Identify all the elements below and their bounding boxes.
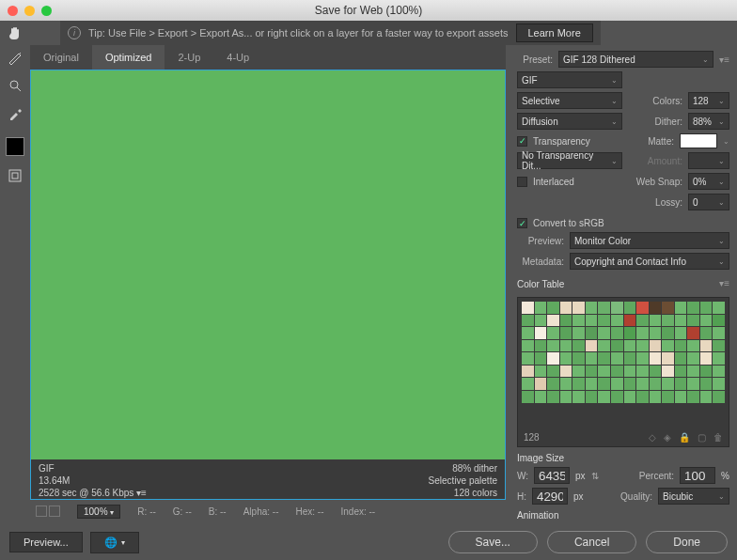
color-swatch[interactable] [572,391,585,403]
color-swatch[interactable] [586,352,598,365]
cancel-button[interactable]: Cancel [547,531,636,553]
tab-4up[interactable]: 4-Up [213,45,262,70]
color-swatch[interactable] [675,352,687,365]
color-swatch[interactable] [598,340,610,352]
color-swatch[interactable] [687,378,699,390]
color-swatch[interactable] [650,391,662,403]
color-swatch[interactable] [560,340,572,352]
color-swatch[interactable] [560,391,572,403]
color-swatch[interactable] [611,302,623,314]
color-swatch[interactable] [624,340,636,352]
color-swatch[interactable] [636,391,649,403]
color-swatch[interactable] [611,340,623,352]
websnap-select[interactable]: 0%⌄ [688,173,729,190]
color-swatch[interactable] [547,315,559,327]
color-swatch[interactable] [598,366,610,378]
new-icon[interactable]: ▢ [698,432,706,443]
color-swatch[interactable] [535,352,547,365]
color-swatch[interactable] [700,315,713,327]
save-button[interactable]: Save... [448,531,538,553]
color-swatch[interactable] [535,302,547,314]
color-swatch[interactable] [636,315,649,327]
tab-optimized[interactable]: Optimized [92,45,165,70]
color-swatch[interactable] [572,315,585,327]
color-swatch[interactable] [522,315,534,327]
color-swatch[interactable] [624,315,636,327]
color-swatch[interactable] [662,315,674,327]
preset-select[interactable]: GIF 128 Dithered⌄ [558,51,713,68]
color-swatch[interactable] [713,366,725,378]
metadata-select[interactable]: Copyright and Contact Info⌄ [570,253,729,270]
color-swatch[interactable] [535,366,547,378]
color-swatch[interactable] [522,366,534,378]
color-swatch[interactable] [522,352,534,365]
width-input[interactable] [534,467,570,484]
color-swatch[interactable] [713,391,725,403]
eyedropper-color-swatch[interactable] [6,137,24,156]
color-swatch[interactable] [586,378,598,390]
color-swatch[interactable] [700,352,713,365]
color-swatch[interactable] [522,340,534,352]
color-swatch[interactable] [560,302,572,314]
minimize-icon[interactable] [24,6,35,16]
color-swatch[interactable] [598,315,610,327]
color-swatch[interactable] [560,327,572,339]
eyedropper-tool-icon[interactable] [7,105,24,122]
color-swatch[interactable] [572,352,585,365]
color-swatch[interactable] [624,378,636,390]
format-select[interactable]: GIF⌄ [517,71,622,88]
zoom-tool-icon[interactable] [7,77,24,94]
tab-original[interactable]: Original [30,45,92,70]
color-swatch[interactable] [560,315,572,327]
color-swatch[interactable] [700,302,713,314]
color-swatch[interactable] [675,366,687,378]
color-swatch[interactable] [586,391,598,403]
color-swatch[interactable] [624,366,636,378]
ct-icon[interactable]: ◈ [664,432,671,443]
color-swatch[interactable] [611,352,623,365]
color-swatch[interactable] [522,327,534,339]
color-swatch[interactable] [611,378,623,390]
color-swatch[interactable] [636,366,649,378]
color-swatch[interactable] [713,302,725,314]
color-swatch[interactable] [675,327,687,339]
color-table[interactable]: 128 ◇ ◈ 🔒 ▢ 🗑 [517,297,729,447]
color-swatch[interactable] [675,315,687,327]
height-input[interactable] [532,488,568,505]
color-swatch[interactable] [598,327,610,339]
preset-menu-icon[interactable]: ▾≡ [719,54,729,65]
color-swatch[interactable] [662,340,674,352]
color-swatch[interactable] [624,352,636,365]
color-swatch[interactable] [611,315,623,327]
color-swatch[interactable] [636,327,649,339]
link-icon[interactable]: ⇅ [591,471,599,481]
color-swatch[interactable] [560,378,572,390]
hand-tool-icon[interactable] [8,25,23,40]
color-swatch[interactable] [547,378,559,390]
color-swatch[interactable] [547,366,559,378]
color-swatch[interactable] [598,302,610,314]
color-swatch[interactable] [547,340,559,352]
color-swatch[interactable] [675,302,687,314]
dither-alg-select[interactable]: Diffusion⌄ [517,113,622,130]
color-swatch[interactable] [662,352,674,365]
color-swatch[interactable] [650,366,662,378]
color-swatch[interactable] [662,327,674,339]
color-swatch[interactable] [624,302,636,314]
lossy-select[interactable]: 0⌄ [688,194,729,210]
tab-2up[interactable]: 2-Up [165,45,213,70]
color-swatch[interactable] [560,366,572,378]
color-swatch[interactable] [650,352,662,365]
color-swatch[interactable] [522,302,534,314]
srgb-checkbox[interactable]: ✓ [517,218,527,228]
color-swatch[interactable] [687,366,699,378]
close-icon[interactable] [8,6,18,16]
color-swatch[interactable] [662,302,674,314]
color-swatch[interactable] [560,352,572,365]
color-swatch[interactable] [675,391,687,403]
color-swatch[interactable] [700,366,713,378]
color-swatch[interactable] [535,315,547,327]
color-swatch[interactable] [572,366,585,378]
color-swatch[interactable] [624,391,636,403]
color-swatch[interactable] [687,315,699,327]
